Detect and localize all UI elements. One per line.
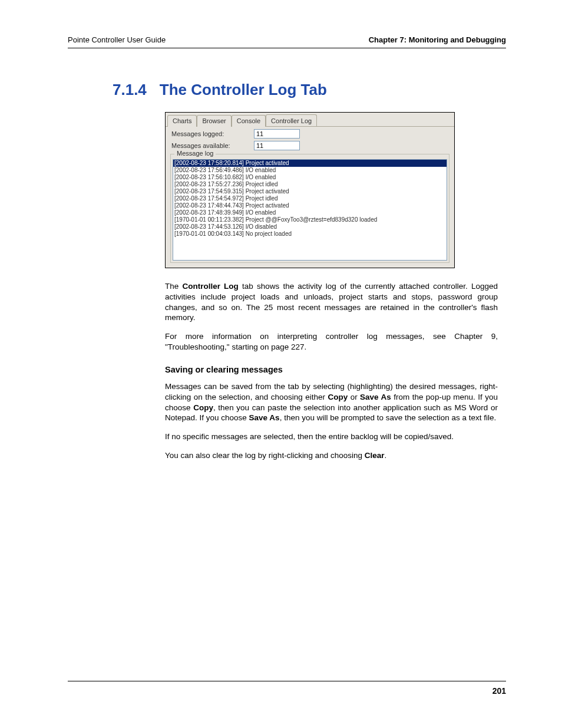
- log-line[interactable]: [2002-08-23 17:48:44.743] Project activa…: [173, 202, 447, 209]
- page-footer: 201: [68, 681, 506, 696]
- paragraph-save-copy: Messages can be saved from the tab by se…: [165, 381, 498, 423]
- messages-logged-label: Messages logged:: [171, 130, 254, 137]
- log-line[interactable]: [2002-08-23 17:54:59.315] Project activa…: [173, 188, 447, 195]
- tab-controller-log[interactable]: Controller Log: [266, 114, 317, 126]
- log-line[interactable]: [2002-08-23 17:48:39.949] I/O enabled: [173, 209, 447, 216]
- header-left: Pointe Controller User Guide: [68, 35, 166, 44]
- page-number: 201: [492, 686, 506, 696]
- log-line[interactable]: [1970-01-01 00:04:03.143] No project loa…: [173, 230, 447, 238]
- paragraph-clear: You can also clear the log by right-clic…: [165, 450, 498, 461]
- tab-charts[interactable]: Charts: [167, 115, 197, 127]
- body-text: The Controller Log tab shows the activit…: [165, 281, 498, 461]
- tab-console[interactable]: Console: [232, 115, 266, 127]
- messages-available-label: Messages available:: [171, 142, 254, 149]
- section-title: The Controller Log Tab: [160, 81, 327, 99]
- log-line[interactable]: [2002-08-23 17:56:10.682] I/O enabled: [173, 174, 447, 181]
- messages-available-field[interactable]: [254, 141, 300, 150]
- message-log-legend: Message log: [174, 150, 216, 157]
- running-header: Pointe Controller User Guide Chapter 7: …: [68, 35, 506, 48]
- tab-browser[interactable]: Browser: [197, 115, 231, 127]
- section-heading: 7.1.4 The Controller Log Tab: [113, 81, 506, 99]
- log-line[interactable]: [2002-08-23 17:56:49.486] I/O enabled: [173, 167, 447, 174]
- paragraph-no-selection: If no specific messages are selected, th…: [165, 431, 498, 442]
- paragraph-intro: The Controller Log tab shows the activit…: [165, 281, 498, 323]
- tab-strip: Charts Browser Console Controller Log: [166, 113, 454, 127]
- log-line[interactable]: [2002-08-23 17:54:54.972] Project idled: [173, 195, 447, 202]
- section-number: 7.1.4: [113, 81, 147, 99]
- message-log-groupbox: Message log [2002-08-23 17:58:20.814] Pr…: [170, 154, 449, 263]
- messages-logged-field[interactable]: [254, 129, 300, 139]
- log-line[interactable]: [2002-08-23 17:58:20.814] Project activa…: [173, 160, 447, 167]
- log-line[interactable]: [2002-08-23 17:55:27.236] Project idled: [173, 181, 447, 188]
- paragraph-crossref: For more information on interpreting con…: [165, 331, 498, 353]
- log-line[interactable]: [1970-01-01 00:11:23.382] Project @@Foxy…: [173, 216, 447, 223]
- controller-log-screenshot: Charts Browser Console Controller Log Me…: [165, 112, 455, 268]
- header-right: Chapter 7: Monitoring and Debugging: [369, 35, 506, 44]
- message-log-list[interactable]: [2002-08-23 17:58:20.814] Project activa…: [173, 159, 447, 261]
- log-line[interactable]: [2002-08-23 17:44:53.126] I/O disabled: [173, 223, 447, 230]
- subheading-saving-clearing: Saving or clearing messages: [165, 364, 498, 375]
